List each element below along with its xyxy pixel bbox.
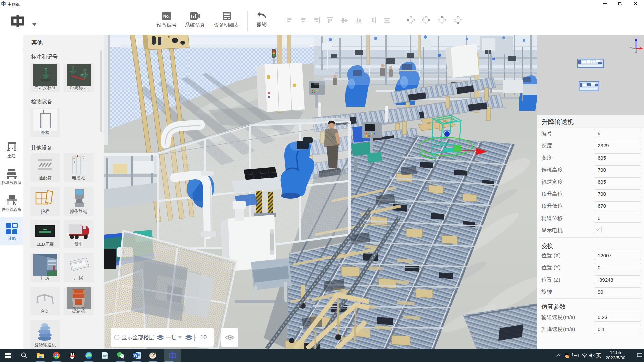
svg-text:#: # [168,35,170,39]
svg-text:W: W [133,353,137,357]
svg-text:No.: No. [163,14,170,19]
